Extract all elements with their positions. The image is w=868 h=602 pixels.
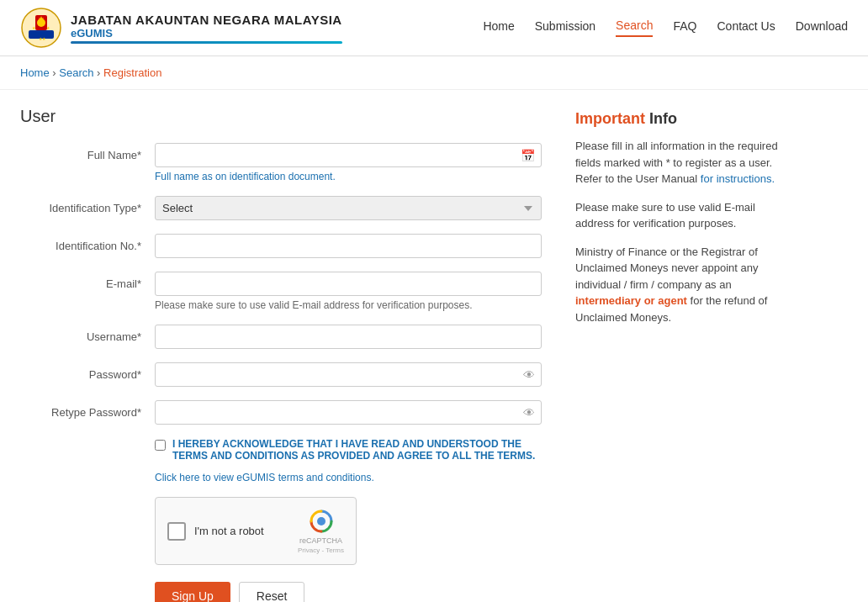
id-no-row: Identification No.*	[20, 234, 542, 258]
eye-icon: 👁	[523, 368, 535, 382]
breadcrumb-search[interactable]: Search	[59, 66, 93, 79]
terms-checkbox[interactable]	[155, 440, 166, 451]
password-input[interactable]	[155, 362, 542, 387]
breadcrumb-sep2: ›	[97, 66, 103, 79]
recaptcha-logo: reCAPTCHA Privacy - Terms	[298, 508, 344, 554]
info-title-colored: Important	[575, 110, 645, 127]
password-field: 👁	[155, 362, 542, 387]
recaptcha-brand-text: reCAPTCHA	[299, 536, 342, 545]
recaptcha-text: I'm not a robot	[194, 525, 264, 537]
main-content: User Full Name* 📅 Full name as on identi…	[0, 90, 868, 602]
nav-download[interactable]: Download	[796, 19, 848, 36]
nav-submission[interactable]: Submission	[535, 19, 595, 36]
recaptcha-checkbox[interactable]	[167, 522, 186, 541]
recaptcha-links-text: Privacy - Terms	[298, 547, 344, 554]
nav-contact[interactable]: Contact Us	[717, 19, 775, 36]
username-row: Username*	[20, 325, 542, 349]
retype-password-input-wrapper: 👁	[155, 400, 542, 425]
id-type-field: Select	[155, 196, 542, 220]
terms-checkbox-label[interactable]: I HEREBY ACKNOWLEDGE THAT I HAVE READ AN…	[155, 438, 542, 462]
page-title: User	[20, 107, 542, 126]
logo-line	[71, 41, 342, 44]
recaptcha-spinner-icon	[308, 508, 335, 535]
main-nav: Home Submission Search FAQ Contact Us Do…	[483, 18, 848, 37]
id-type-row: Identification Type* Select	[20, 196, 542, 220]
nav-home[interactable]: Home	[483, 19, 514, 36]
info-paragraph1: Please fill in all information in the re…	[575, 138, 794, 187]
full-name-input-wrapper: 📅	[155, 143, 542, 167]
password-row: Password* 👁	[20, 362, 542, 387]
full-name-field: 📅 Full name as on identification documen…	[155, 143, 542, 182]
calendar-icon: 📅	[521, 149, 535, 162]
logo-area: ★ ★ ★★ JABATAN AKAUNTAN NEGARA MALAYSIA …	[20, 7, 342, 49]
id-type-select[interactable]: Select	[155, 196, 542, 220]
svg-text:★★: ★★	[39, 36, 46, 41]
user-manual-link[interactable]: for instructions.	[701, 172, 775, 185]
nav-faq[interactable]: FAQ	[673, 19, 696, 36]
username-label: Username*	[20, 325, 155, 343]
breadcrumb: Home › Search › Registration	[0, 56, 868, 90]
id-no-label: Identification No.*	[20, 234, 155, 252]
info-paragraph2: Please make sure to use valid E-mail add…	[575, 199, 794, 232]
retype-password-row: Retype Password* 👁	[20, 400, 542, 425]
info-paragraph3: Ministry of Finance or the Registrar of …	[575, 244, 794, 326]
email-label: E-mail*	[20, 272, 155, 290]
info-title-plain: Info	[645, 110, 677, 127]
header: ★ ★ ★★ JABATAN AKAUNTAN NEGARA MALAYSIA …	[0, 0, 868, 56]
info-title: Important Info	[575, 110, 794, 128]
svg-point-8	[317, 517, 326, 525]
id-type-label: Identification Type*	[20, 196, 155, 214]
retype-password-input[interactable]	[155, 400, 542, 425]
recaptcha-area: I'm not a robot reCAPTCHA Privacy - Term…	[155, 497, 542, 565]
full-name-hint: Full name as on identification document.	[155, 171, 542, 182]
password-label: Password*	[20, 362, 155, 381]
button-row: Sign Up Reset	[155, 582, 542, 602]
email-hint: Please make sure to use valid E-mail add…	[155, 299, 542, 311]
nav-search[interactable]: Search	[616, 18, 653, 37]
recaptcha-left: I'm not a robot	[167, 522, 264, 541]
retype-password-field: 👁	[155, 400, 542, 425]
terms-link[interactable]: Click here to view eGUMIS terms and cond…	[155, 472, 374, 483]
info-highlight: intermediary or agent	[575, 294, 687, 307]
username-input[interactable]	[155, 325, 542, 349]
id-no-field	[155, 234, 542, 258]
id-no-input[interactable]	[155, 234, 542, 258]
terms-checkbox-area: I HEREBY ACKNOWLEDGE THAT I HAVE READ AN…	[155, 438, 542, 462]
terms-link-area: Click here to view eGUMIS terms and cond…	[155, 472, 542, 483]
signup-button[interactable]: Sign Up	[155, 582, 230, 602]
full-name-input[interactable]	[155, 143, 542, 167]
email-input[interactable]	[155, 272, 542, 296]
breadcrumb-current: Registration	[103, 66, 161, 79]
info-panel: Important Info Please fill in all inform…	[575, 107, 794, 602]
recaptcha-box[interactable]: I'm not a robot reCAPTCHA Privacy - Term…	[155, 497, 357, 565]
eye-icon-retype: 👁	[523, 406, 535, 420]
logo-text: JABATAN AKAUNTAN NEGARA MALAYSIA eGUMIS	[71, 13, 342, 44]
logo-title: JABATAN AKAUNTAN NEGARA MALAYSIA	[71, 13, 342, 27]
full-name-label: Full Name*	[20, 143, 155, 161]
full-name-row: Full Name* 📅 Full name as on identificat…	[20, 143, 542, 182]
breadcrumb-home[interactable]: Home	[20, 66, 50, 79]
coat-of-arms-icon: ★ ★ ★★	[20, 7, 62, 49]
retype-password-label: Retype Password*	[20, 400, 155, 419]
reset-button[interactable]: Reset	[239, 582, 305, 602]
logo-subtitle: eGUMIS	[71, 27, 342, 40]
terms-checkbox-text: I HEREBY ACKNOWLEDGE THAT I HAVE READ AN…	[172, 438, 542, 462]
username-field	[155, 325, 542, 349]
email-row: E-mail* Please make sure to use valid E-…	[20, 272, 542, 311]
form-area: User Full Name* 📅 Full name as on identi…	[20, 107, 542, 602]
email-field: Please make sure to use valid E-mail add…	[155, 272, 542, 311]
password-input-wrapper: 👁	[155, 362, 542, 387]
